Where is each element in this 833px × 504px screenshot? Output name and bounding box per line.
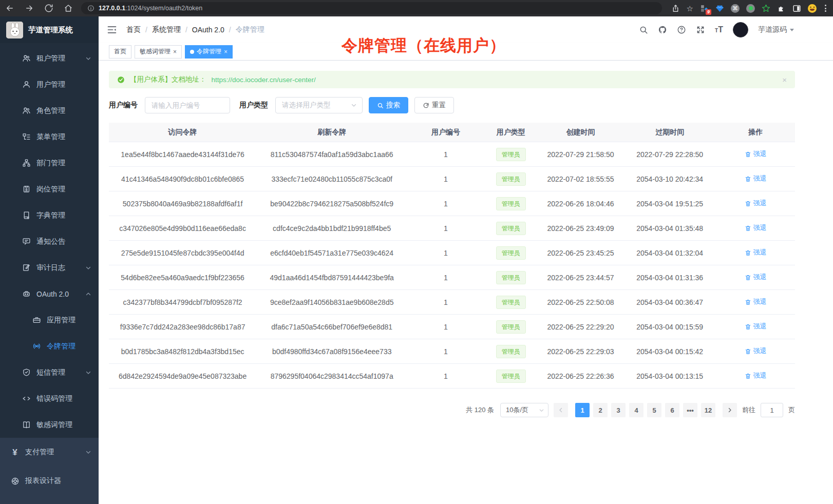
sidebar-item-dept[interactable]: 部门管理: [0, 150, 99, 176]
tab-sensitive-words[interactable]: 敏感词管理 ×: [135, 45, 182, 59]
badge-icon: [22, 185, 31, 193]
sidebar-toggle-icon[interactable]: [792, 4, 801, 13]
breadcrumb-oauth[interactable]: OAuth 2.0: [192, 26, 224, 34]
table-row: 41c41346a548490f9dc8b01c6bfe0865333ecfc7…: [109, 167, 795, 191]
sidebar-item-dict[interactable]: 字典管理: [0, 202, 99, 228]
page-button-1[interactable]: 1: [575, 403, 590, 417]
browser-menu-icon[interactable]: [823, 5, 828, 12]
tab-token-management[interactable]: 令牌管理 ×: [185, 45, 233, 59]
hamburger-icon[interactable]: [107, 25, 117, 35]
sidebar-item-label: OAuth 2.0: [36, 290, 69, 298]
address-bar[interactable]: 127.0.0.1:1024/system/oauth2/token: [81, 2, 662, 14]
share-icon[interactable]: [671, 4, 680, 13]
reload-icon[interactable]: [44, 4, 53, 13]
home-icon[interactable]: [64, 4, 73, 13]
record-extension-icon[interactable]: [746, 4, 755, 13]
sidebar-item-oauth[interactable]: OAuth 2.0: [0, 281, 99, 307]
shield-icon: [22, 368, 31, 377]
page-button-6[interactable]: 6: [665, 403, 679, 417]
alert-close-icon[interactable]: ×: [782, 75, 787, 84]
help-icon[interactable]: [677, 25, 686, 34]
sidebar-item-role[interactable]: 角色管理: [0, 98, 99, 124]
sidebar-item-menu[interactable]: 菜单管理: [0, 124, 99, 150]
col-user-id: 用户编号: [407, 128, 484, 137]
user-type-badge: 管理员: [496, 296, 526, 309]
reset-button[interactable]: 重置: [414, 97, 454, 113]
sidebar-item-label: 敏感词管理: [36, 420, 72, 430]
search-icon[interactable]: [639, 25, 648, 34]
page-label: 页: [788, 405, 795, 415]
page-size-select[interactable]: 10条/页: [500, 403, 548, 417]
token-table: 访问令牌 刷新令牌 用户编号 用户类型 创建时间 过期时间 操作 1ea5e44…: [109, 123, 795, 389]
emoji-extension-icon[interactable]: [808, 4, 817, 13]
command-extension-icon[interactable]: ⌘: [731, 4, 740, 13]
fullscreen-icon[interactable]: [696, 25, 705, 34]
breadcrumb-system[interactable]: 系统管理: [152, 25, 181, 34]
breadcrumb-home[interactable]: 首页: [126, 25, 141, 34]
sidebar-item-report[interactable]: 报表设计器: [0, 467, 99, 495]
sidebar-item-oauth-app[interactable]: 应用管理: [0, 307, 99, 333]
goto-page-input[interactable]: [761, 403, 783, 417]
user-type-badge: 管理员: [496, 271, 526, 284]
table-row: 54d6be82ee5a460a9aedc1f9bf22365649d1aa46…: [109, 265, 795, 290]
force-logout-button[interactable]: 强退: [745, 248, 767, 257]
force-logout-button[interactable]: 强退: [745, 371, 767, 380]
logo-row[interactable]: 芋道管理系统: [0, 16, 99, 43]
page-button-5[interactable]: 5: [647, 403, 661, 417]
github-icon[interactable]: [658, 25, 667, 34]
expire-time-cell: 2054-03-04 01:31:36: [623, 274, 716, 282]
page-button-2[interactable]: 2: [593, 403, 608, 417]
page-button-4[interactable]: 4: [629, 403, 643, 417]
sidebar-item-oauth-token[interactable]: 令牌管理: [0, 333, 99, 359]
site-info-icon[interactable]: [87, 5, 94, 12]
sidebar-item-user[interactable]: 用户管理: [0, 71, 99, 98]
close-icon[interactable]: ×: [173, 49, 177, 55]
puzzle-extension-icon[interactable]: [777, 4, 786, 13]
gem-extension-icon[interactable]: [715, 4, 724, 13]
force-logout-button[interactable]: 强退: [745, 346, 767, 356]
more-pages-button[interactable]: •••: [683, 403, 697, 417]
force-logout-button[interactable]: 强退: [745, 199, 767, 208]
user-type-select[interactable]: 请选择用户类型: [275, 97, 363, 113]
back-icon[interactable]: [5, 4, 14, 13]
force-logout-button[interactable]: 强退: [745, 174, 767, 183]
tab-home[interactable]: 首页: [109, 45, 131, 59]
sidebar-item-post[interactable]: 岗位管理: [0, 176, 99, 202]
avatar[interactable]: [733, 22, 748, 37]
user-type-badge: 管理员: [496, 370, 526, 383]
next-page-button[interactable]: [723, 403, 737, 417]
font-size-icon[interactable]: TT: [715, 26, 723, 34]
force-logout-button[interactable]: 强退: [745, 297, 767, 306]
table-row: 1ea5e44f8bc1467aaede43144f31de76811c5304…: [109, 142, 795, 167]
table-body: 1ea5e44f8bc1467aaede43144f31de76811c5304…: [109, 142, 795, 389]
close-icon[interactable]: ×: [224, 49, 228, 55]
prev-page-button[interactable]: [554, 403, 568, 417]
user-menu[interactable]: 芋道源码: [758, 25, 794, 34]
green-star-extension-icon[interactable]: [762, 4, 770, 13]
sidebar-item-audit[interactable]: 审计日志: [0, 255, 99, 281]
user-id-input[interactable]: [145, 97, 230, 113]
bookmark-star-icon[interactable]: ☆: [687, 4, 693, 13]
sidebar-item-sensitive[interactable]: 敏感词管理: [0, 412, 99, 438]
sidebar-item-pay[interactable]: ¥支付管理: [0, 438, 99, 467]
user-type-cell: 管理员: [484, 271, 538, 284]
created-time-cell: 2022-06-25 23:45:25: [538, 249, 623, 257]
expire-time-cell: 2054-03-04 00:36:47: [623, 298, 716, 306]
force-logout-button[interactable]: 强退: [745, 149, 767, 159]
forward-icon[interactable]: [25, 4, 34, 13]
table-row: 275e5de9151045fe87cbdc395e004f4de6cfd40e…: [109, 241, 795, 265]
force-logout-button[interactable]: 强退: [745, 223, 767, 232]
page-button-3[interactable]: 3: [611, 403, 626, 417]
sidebar-item-sms[interactable]: 短信管理: [0, 359, 99, 385]
sidebar-item-tenant[interactable]: 租户管理: [0, 45, 99, 71]
chevron-down-icon: [85, 370, 91, 376]
search-button[interactable]: 搜索: [369, 97, 408, 113]
extension-grid-icon[interactable]: 9: [700, 4, 709, 13]
force-logout-button[interactable]: 强退: [745, 322, 767, 331]
force-logout-button[interactable]: 强退: [745, 273, 767, 282]
doc-link[interactable]: https://doc.iocoder.cn/user-center/: [212, 76, 316, 84]
sidebar-item-notice[interactable]: 通知公告: [0, 228, 99, 255]
sidebar-item-errcode[interactable]: 错误码管理: [0, 385, 99, 412]
page-button-12[interactable]: 12: [701, 403, 715, 417]
user-id-label: 用户编号: [109, 101, 138, 110]
